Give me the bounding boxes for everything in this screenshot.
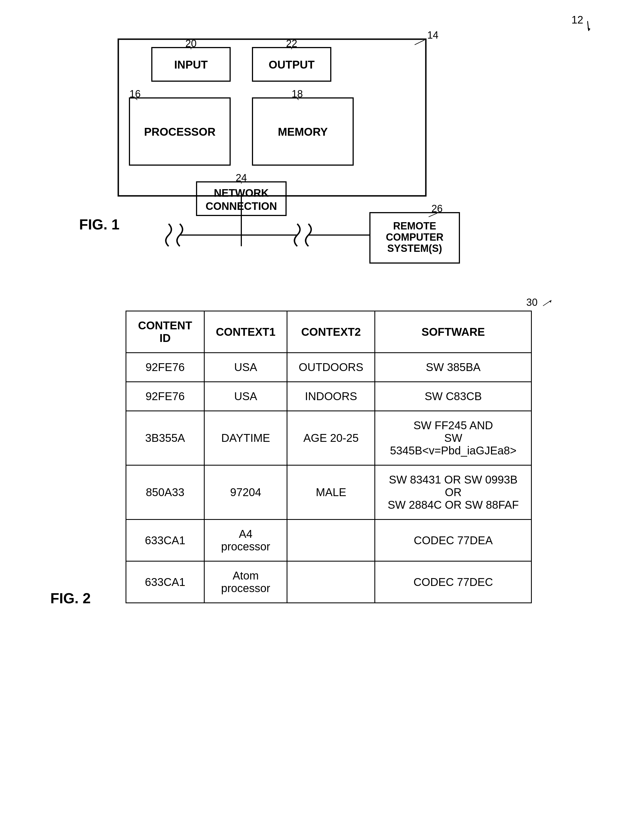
cell-content_id: 633CA1 <box>126 561 204 603</box>
col-header-software: SOFTWARE <box>375 311 532 353</box>
cell-context1: USA <box>204 382 287 411</box>
cell-context2 <box>287 519 375 561</box>
fig1-label: FIG. 1 <box>79 216 120 232</box>
svg-text:16: 16 <box>129 88 141 99</box>
svg-text:38: 38 <box>101 488 112 498</box>
row-label-item: 42 <box>101 576 123 589</box>
row-label-item: 38 <box>101 487 123 499</box>
svg-text:42: 42 <box>101 577 112 587</box>
svg-text:34: 34 <box>101 392 112 402</box>
svg-text:22: 22 <box>286 38 297 49</box>
svg-text:COMPUTER: COMPUTER <box>386 231 444 243</box>
table-row: 850A3397204MALESW 83431 OR SW 0993B OR S… <box>126 465 531 519</box>
ref-30: 30 <box>526 297 554 308</box>
page-container: 12 14 INPUT 20 <box>0 0 628 840</box>
cell-context2: OUTDOORS <box>287 353 375 382</box>
table-row: 633CA1Atom processorCODEC 77DEC <box>126 561 531 603</box>
cell-context1: A4 processor <box>204 519 287 561</box>
table-header-row: CONTENT ID CONTEXT1 CONTEXT2 SOFTWARE <box>126 311 531 353</box>
fig2-table: CONTENT ID CONTEXT1 CONTEXT2 SOFTWARE 92… <box>126 311 532 603</box>
fig2-label: FIG. 2 <box>50 590 91 606</box>
cell-context1: USA <box>204 353 287 382</box>
cell-context1: Atom processor <box>204 561 287 603</box>
cell-context2: MALE <box>287 465 375 519</box>
fig2-container: FIG. 2 30 CONTENT ID CONTEXT1 <box>33 311 595 621</box>
table-row: 92FE76USAOUTDOORSSW 385BA <box>126 353 531 382</box>
table-row: 3B355ADAYTIMEAGE 20-25SW FF245 AND SW 53… <box>126 411 531 465</box>
svg-text:32: 32 <box>101 363 112 373</box>
cell-context2 <box>287 561 375 603</box>
cell-context1: DAYTIME <box>204 411 287 465</box>
row-label-item: 32 <box>101 362 123 374</box>
svg-text:PROCESSOR: PROCESSOR <box>144 126 216 138</box>
cell-software: SW FF245 AND SW 5345B<v=Pbd_iaGJEa8> <box>375 411 532 465</box>
fig1-container: 14 INPUT 20 OUTPUT 22 PROCESSOR 16 <box>33 17 595 283</box>
cell-software: SW 385BA <box>375 353 532 382</box>
cell-software: SW 83431 OR SW 0993B OR SW 2884C OR SW 8… <box>375 465 532 519</box>
col-header-context1: CONTEXT1 <box>204 311 287 353</box>
cell-content_id: 92FE76 <box>126 353 204 382</box>
cell-content_id: 633CA1 <box>126 519 204 561</box>
svg-text:INPUT: INPUT <box>174 58 208 71</box>
cell-content_id: 850A33 <box>126 465 204 519</box>
svg-text:24: 24 <box>236 172 247 183</box>
svg-text:40: 40 <box>101 535 112 546</box>
cell-context2: AGE 20-25 <box>287 411 375 465</box>
cell-context1: 97204 <box>204 465 287 519</box>
cell-software: CODEC 77DEC <box>375 561 532 603</box>
svg-text:SYSTEM(S): SYSTEM(S) <box>387 243 442 254</box>
svg-line-4 <box>415 40 425 45</box>
table-row: 92FE76USAINDOORSSW C83CB <box>126 382 531 411</box>
row-label-item: 34 <box>101 391 123 403</box>
cell-context2: INDOORS <box>287 382 375 411</box>
row-label-item: 40 <box>101 535 123 547</box>
svg-text:MEMORY: MEMORY <box>278 126 328 138</box>
cell-content_id: 3B355A <box>126 411 204 465</box>
svg-text:18: 18 <box>292 88 303 99</box>
svg-text:14: 14 <box>427 29 438 41</box>
table-body: 92FE76USAOUTDOORSSW 385BA92FE76USAINDOOR… <box>126 353 531 603</box>
cell-software: SW C83CB <box>375 382 532 411</box>
col-header-context2: CONTEXT2 <box>287 311 375 353</box>
svg-text:20: 20 <box>186 38 197 49</box>
svg-text:26: 26 <box>431 203 442 214</box>
svg-text:OUTPUT: OUTPUT <box>269 58 315 71</box>
table-row: 633CA1A4 processorCODEC 77DEA <box>126 519 531 561</box>
cell-content_id: 92FE76 <box>126 382 204 411</box>
svg-text:36: 36 <box>101 433 112 444</box>
fig1-diagram: 14 INPUT 20 OUTPUT 22 PROCESSOR 16 <box>62 17 566 283</box>
row-label-item: 36 <box>101 433 123 445</box>
svg-text:REMOTE: REMOTE <box>393 220 436 232</box>
col-header-content-id: CONTENT ID <box>126 311 204 353</box>
cell-software: CODEC 77DEA <box>375 519 532 561</box>
